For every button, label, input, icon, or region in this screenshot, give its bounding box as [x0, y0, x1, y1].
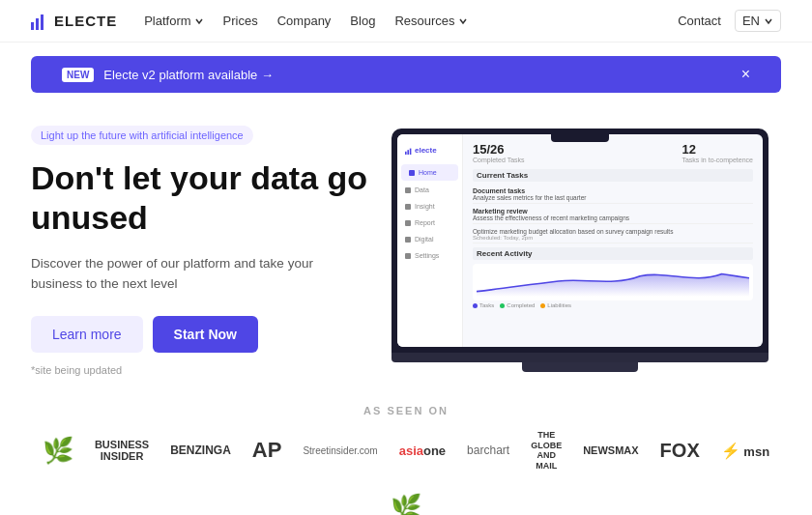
hero-content: Light up the future with artificial inte… [31, 126, 379, 376]
laptop-sidebar-settings: Settings [397, 247, 462, 264]
svg-rect-0 [31, 22, 34, 30]
banner-new-badge: NEW [62, 68, 94, 82]
laptop-container: electe Home Data Insight Report Digital … [392, 129, 768, 372]
svg-rect-4 [407, 150, 409, 155]
logo-msn: ⚡ msn [721, 442, 769, 460]
svg-rect-2 [41, 14, 44, 30]
nav-language-selector[interactable]: EN [735, 10, 781, 32]
logo-business-insider: BUSINESSINSIDER [95, 439, 149, 462]
laptop-app-logo: electe [397, 142, 462, 158]
laptop-activity-title: Recent Activity [473, 247, 753, 260]
laptop-task-1: Document tasks Analyze sales metrics for… [473, 186, 753, 204]
hero-section: Light up the future with artificial inte… [0, 106, 812, 386]
nav-company[interactable]: Company [277, 14, 332, 28]
stat-competence-num: 12 [682, 142, 753, 157]
laptop-recent-activity: Recent Activity [473, 247, 753, 308]
stat-completed-label: Completed Tasks [473, 157, 525, 163]
logo-fox: FOX [660, 440, 700, 462]
logo[interactable]: ELECTE [31, 13, 117, 30]
stat-competence-label: Tasks in to-competence [682, 157, 753, 163]
svg-rect-5 [410, 148, 412, 154]
banner-close-button[interactable]: × [741, 66, 750, 83]
laptop-display: electe Home Data Insight Report Digital … [397, 134, 763, 347]
announcement-banner: NEW Electe v2 platform available → × [31, 56, 781, 93]
learn-more-button[interactable]: Learn more [31, 316, 143, 353]
as-seen-label: AS SEEN ON [31, 405, 781, 416]
navbar: ELECTE Platform Prices Company Blog Reso… [0, 0, 812, 43]
laptop-notch [551, 134, 609, 142]
laptop-sidebar-report: Report [397, 215, 462, 231]
hero-buttons: Learn more Start Now [31, 316, 379, 353]
as-seen-on-section: AS SEEN ON 🌿 BUSINESSINSIDER BENZINGA AP… [0, 386, 812, 515]
laptop-chart [473, 264, 753, 300]
banner-content: NEW Electe v2 platform available → [62, 68, 274, 82]
laptop-tasks-title: Current Tasks [473, 169, 753, 182]
logo-text: ELECTE [54, 13, 117, 29]
nav-prices[interactable]: Prices [223, 14, 258, 28]
laptop-base [392, 353, 768, 362]
laptop-sidebar-insight: Insight [397, 198, 462, 215]
start-now-button[interactable]: Start Now [153, 316, 258, 353]
laptop-stats-row: 15/26 Completed Tasks 12 Tasks in to-com… [473, 142, 753, 163]
laptop-task-2: Marketing review Assess the effectivenes… [473, 206, 753, 224]
laurel-left-icon: 🌿 [43, 436, 73, 466]
chart-legend: Tasks Completed Liabilities [473, 302, 753, 308]
hero-note: *site being updated [31, 364, 379, 376]
hero-title: Don't let your data go unused [31, 158, 379, 238]
chart-legend-liabilities: Liabilities [540, 302, 571, 308]
laptop-sidebar: electe Home Data Insight Report Digital … [397, 134, 463, 347]
stat-completed-num: 15/26 [473, 142, 525, 157]
laptop-sidebar-data: Data [397, 182, 462, 198]
banner-text[interactable]: Electe v2 platform available → [103, 68, 274, 82]
nav-platform[interactable]: Platform [144, 14, 203, 28]
laptop-main-content: 15/26 Completed Tasks 12 Tasks in to-com… [463, 134, 763, 347]
logo-globe-mail: THEGLOBEANDMAIL [531, 430, 562, 472]
laptop-stat-completed: 15/26 Completed Tasks [473, 142, 525, 163]
logo-benzinga: BENZINGA [170, 443, 231, 457]
laurel-right-icon: 🌿 [391, 493, 421, 515]
media-logos-row: 🌿 BUSINESSINSIDER BENZINGA AP Streetinsi… [31, 430, 781, 515]
nav-right: Contact EN [678, 10, 781, 32]
laptop-task-3: Optimize marketing budget allocation bas… [473, 226, 753, 243]
laptop-stand [522, 362, 638, 372]
chart-legend-tasks: Tasks [473, 302, 494, 308]
nav-contact-link[interactable]: Contact [678, 14, 721, 28]
logo-asiaone: asiaone [399, 443, 446, 458]
svg-rect-1 [36, 18, 39, 30]
nav-blog[interactable]: Blog [350, 14, 375, 28]
laptop-sidebar-home: Home [401, 164, 458, 181]
logo-barchart: barchart [467, 443, 509, 457]
logo-newsmax: NEWSMAX [583, 444, 638, 456]
laptop-screen: electe Home Data Insight Report Digital … [392, 129, 768, 353]
nav-links: Platform Prices Company Blog Resources [144, 14, 678, 28]
hero-subtitle: Discover the power of our platform and t… [31, 253, 340, 295]
laptop-sidebar-digital: Digital [397, 231, 462, 247]
hero-laptop-mockup: electe Home Data Insight Report Digital … [379, 129, 781, 372]
svg-rect-3 [405, 152, 407, 155]
nav-resources[interactable]: Resources [394, 14, 467, 28]
hero-tag: Light up the future with artificial inte… [31, 126, 253, 145]
chart-legend-completed: Completed [500, 302, 535, 308]
laptop-stat-competence: 12 Tasks in to-competence [682, 142, 753, 163]
logo-streetinsider: Streetinsider.com [303, 445, 377, 456]
logo-ap: AP [252, 438, 282, 463]
